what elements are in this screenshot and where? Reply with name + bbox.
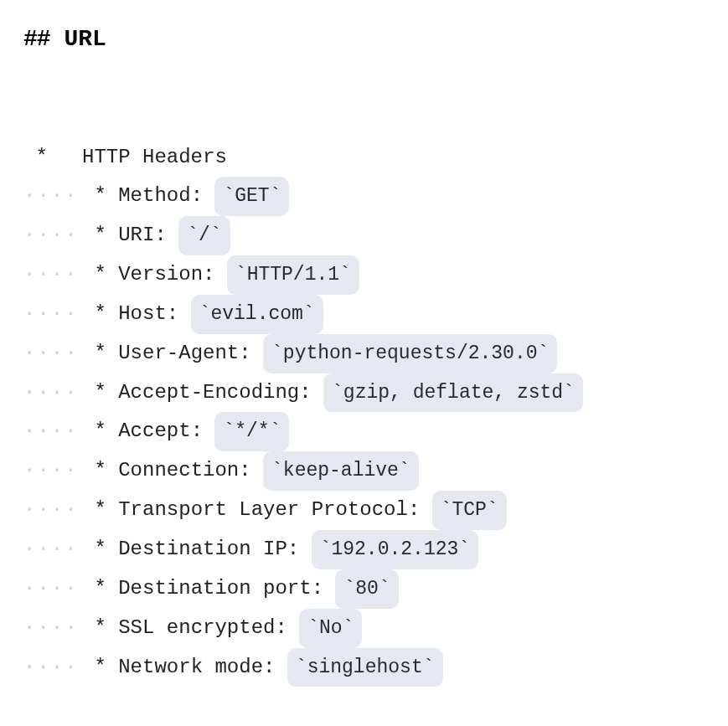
row-value: `192.0.2.123`: [312, 530, 478, 569]
row-label: Connection:: [118, 451, 263, 491]
row-value: `HTTP/1.1`: [227, 255, 359, 295]
row-bullet: *: [82, 412, 118, 451]
header-row: ···· * URI: `/`: [23, 216, 705, 255]
header-row: ···· * SSL encrypted: `No`: [23, 609, 705, 648]
row-bullet: *: [82, 530, 118, 569]
heading-title: URL: [64, 26, 106, 52]
indent-dots: ····: [23, 491, 82, 530]
row-bullet: *: [82, 177, 118, 216]
row-label: Version:: [118, 255, 227, 295]
row-label: Destination IP:: [118, 530, 311, 569]
row-bullet: *: [82, 648, 118, 687]
indent-dots: ····: [23, 451, 82, 491]
indent-dots: ····: [23, 412, 82, 451]
row-bullet: *: [82, 216, 118, 255]
header-row: ···· * Transport Layer Protocol: `TCP`: [23, 491, 705, 530]
row-bullet: *: [82, 491, 118, 530]
top-bullet: *: [23, 138, 82, 178]
heading-hash: ##: [23, 26, 50, 52]
header-row: ···· * User-Agent: `python-requests/2.30…: [23, 334, 705, 373]
row-label: SSL encrypted:: [118, 609, 299, 648]
row-label: Host:: [118, 295, 190, 334]
row-label: Accept:: [118, 412, 214, 451]
row-label: Network mode:: [118, 648, 287, 687]
indent-dots: ····: [23, 609, 82, 648]
header-row: ···· * Destination port: `80`: [23, 569, 705, 609]
row-label: Transport Layer Protocol:: [118, 491, 431, 530]
row-value: `keep-alive`: [263, 451, 419, 491]
top-label: HTTP Headers: [82, 138, 227, 178]
row-label: Method:: [118, 177, 214, 216]
row-bullet: *: [82, 295, 118, 334]
row-bullet: *: [82, 569, 118, 609]
row-value: `80`: [335, 569, 398, 609]
header-row: ···· * Version: `HTTP/1.1`: [23, 255, 705, 295]
indent-dots: ····: [23, 295, 82, 334]
header-row: ···· * Destination IP: `192.0.2.123`: [23, 530, 705, 569]
row-value: `gzip, deflate, zstd`: [323, 373, 583, 413]
row-label: Destination port:: [118, 569, 335, 609]
indent-dots: ····: [23, 569, 82, 609]
indent-dots: ····: [23, 530, 82, 569]
section-heading: ## URL: [23, 17, 705, 63]
header-row: ···· * Method: `GET`: [23, 177, 705, 216]
header-row: ···· * Accept: `*/*`: [23, 412, 705, 451]
row-value: `/`: [178, 216, 230, 255]
row-bullet: *: [82, 334, 118, 373]
header-row: ···· * Host: `evil.com`: [23, 295, 705, 334]
row-value: `python-requests/2.30.0`: [263, 334, 557, 373]
indent-dots: ····: [23, 334, 82, 373]
row-value: `singlehost`: [287, 648, 443, 687]
indent-dots: ····: [23, 373, 82, 413]
indent-dots: ····: [23, 648, 82, 687]
row-value: `No`: [299, 609, 362, 648]
row-value: `evil.com`: [191, 295, 323, 334]
row-label: User-Agent:: [118, 334, 263, 373]
header-row: ···· * Connection: `keep-alive`: [23, 451, 705, 491]
row-label: URI:: [118, 216, 178, 255]
row-value: `*/*`: [214, 412, 289, 451]
row-value: `TCP`: [432, 491, 507, 530]
row-bullet: *: [82, 373, 118, 413]
row-bullet: *: [82, 451, 118, 491]
indent-dots: ····: [23, 216, 82, 255]
header-row: ···· * Network mode: `singlehost`: [23, 648, 705, 687]
row-bullet: *: [82, 609, 118, 648]
row-bullet: *: [82, 255, 118, 295]
header-rows-container: ···· * Method: `GET`···· * URI: `/`···· …: [23, 177, 705, 687]
indent-dots: ····: [23, 177, 82, 216]
top-item-row: * HTTP Headers: [23, 138, 705, 178]
row-value: `GET`: [214, 177, 289, 216]
header-row: ···· * Accept-Encoding: `gzip, deflate, …: [23, 373, 705, 413]
indent-dots: ····: [23, 255, 82, 295]
row-label: Accept-Encoding:: [118, 373, 323, 413]
